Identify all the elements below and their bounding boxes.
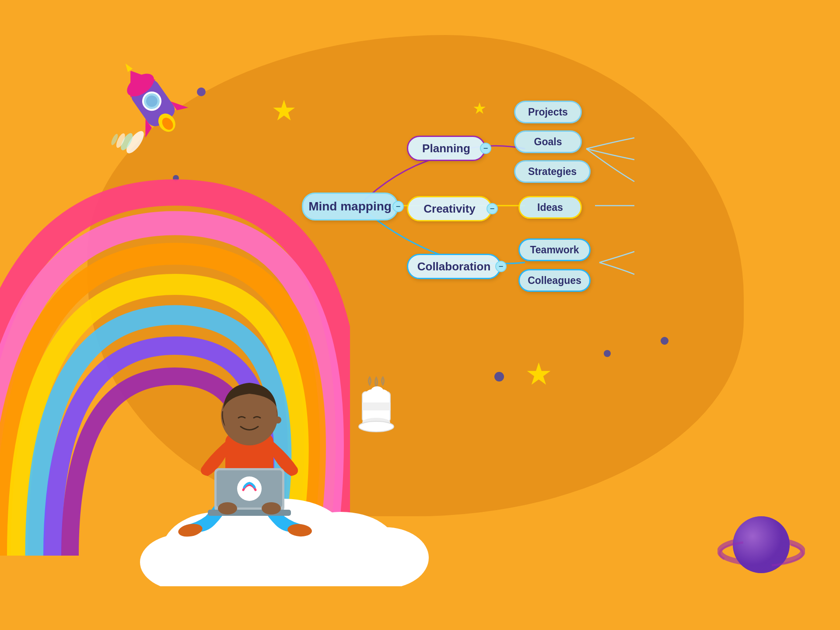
mindmap-teamwork-node[interactable]: Teamwork xyxy=(518,238,591,261)
svg-point-30 xyxy=(218,502,237,514)
svg-point-19 xyxy=(341,527,429,586)
planet-illustration xyxy=(718,499,805,586)
mindmap-collaboration-node[interactable]: Collaboration − xyxy=(407,254,501,279)
mindmap-planning-node[interactable]: Planning − xyxy=(407,136,486,161)
mindmap-colleagues-node[interactable]: Colleagues xyxy=(518,269,591,292)
mindmap-strategies-node[interactable]: Strategies xyxy=(514,160,591,183)
planning-collapse-btn[interactable]: − xyxy=(480,143,491,154)
star-icon-3: ★ xyxy=(525,359,553,389)
svg-point-31 xyxy=(262,502,281,514)
svg-point-35 xyxy=(359,421,394,432)
coffee-cup-illustration xyxy=(354,376,398,442)
svg-point-38 xyxy=(377,389,388,396)
mindmap-ideas-node[interactable]: Ideas xyxy=(518,196,582,219)
mindmap-projects-node[interactable]: Projects xyxy=(514,101,582,123)
svg-point-28 xyxy=(237,476,262,501)
dot-decoration-3 xyxy=(494,372,504,382)
person-illustration xyxy=(158,324,341,542)
mindmap-creativity-node[interactable]: Creativity − xyxy=(407,196,492,221)
center-collapse-btn[interactable]: − xyxy=(392,201,404,212)
dot-decoration-4 xyxy=(604,350,611,357)
collaboration-collapse-btn[interactable]: − xyxy=(495,261,507,272)
mindmap-goals-node[interactable]: Goals xyxy=(514,130,582,153)
mindmap-center-node[interactable]: Mind mapping − xyxy=(302,192,398,220)
creativity-collapse-btn[interactable]: − xyxy=(486,203,498,214)
svg-marker-13 xyxy=(123,62,133,72)
svg-point-25 xyxy=(274,416,281,424)
svg-rect-33 xyxy=(362,402,390,410)
